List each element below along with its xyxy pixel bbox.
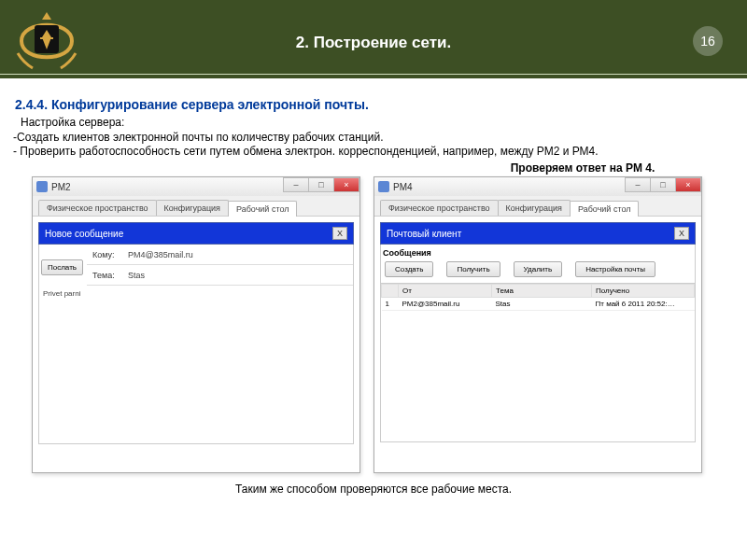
- col-index[interactable]: [382, 285, 399, 298]
- to-label: Кому:: [87, 250, 128, 259]
- minimize-button[interactable]: –: [283, 177, 309, 192]
- emblem-icon: [11, 6, 82, 77]
- tab-physical[interactable]: Физическое пространство: [38, 200, 157, 216]
- send-button[interactable]: Послать: [41, 259, 83, 275]
- section-heading: 2.4.4. Конфигурирование сервера электрон…: [15, 97, 734, 112]
- check-label: Проверяем ответ на PM 4.: [489, 161, 676, 175]
- titlebar-pm4[interactable]: PM4 – □ ×: [374, 177, 701, 196]
- mail-settings-button[interactable]: Настройка почты: [575, 261, 655, 277]
- titlebar-pm2[interactable]: PM2 – □ ×: [33, 177, 359, 196]
- tab-desktop[interactable]: Рабочий стол: [570, 201, 640, 217]
- footer-note: Таким же способом проверяются все рабочи…: [0, 483, 747, 496]
- page-number-badge: 16: [693, 26, 723, 56]
- col-received[interactable]: Получено: [592, 285, 695, 298]
- table-row[interactable]: 1 PM2@385mail.ru Stas Пт май 6 2011 20:5…: [382, 298, 695, 311]
- mailclient-header: Почтовый клиент X: [380, 222, 696, 245]
- maximize-button[interactable]: □: [650, 177, 676, 192]
- header-divider: [0, 74, 747, 75]
- panel-pm2: Новое сообщение X Послать Кому: PM4@385m…: [33, 217, 359, 448]
- tab-desktop[interactable]: Рабочий стол: [228, 201, 298, 217]
- tab-physical[interactable]: Физическое пространство: [380, 200, 499, 216]
- tabs-pm4: Физическое пространство Конфигурация Раб…: [374, 196, 701, 217]
- delete-button[interactable]: Удалить: [514, 261, 563, 277]
- compose-title: Новое сообщение: [45, 229, 123, 239]
- subject-label: Тема:: [87, 271, 128, 280]
- to-field[interactable]: PM4@385mail.ru: [128, 250, 353, 259]
- col-subject[interactable]: Тема: [492, 285, 592, 298]
- app-icon: [36, 181, 48, 192]
- subject-field[interactable]: Stas: [128, 271, 353, 280]
- tab-config[interactable]: Конфигурация: [498, 200, 571, 216]
- app-icon: [378, 181, 389, 192]
- content-area: 2.4.4. Конфигурирование сервера электрон…: [0, 78, 747, 175]
- inbox-table: От Тема Получено 1 PM2@385mail.ru Stas П…: [381, 284, 695, 311]
- maximize-button[interactable]: □: [308, 177, 334, 192]
- close-button[interactable]: ×: [675, 177, 701, 192]
- bullet-2: - Проверить работоспособность сети путем…: [13, 145, 734, 158]
- cell-received: Пт май 6 2011 20:52:…: [592, 298, 695, 311]
- create-button[interactable]: Создать: [385, 261, 433, 277]
- compose-body[interactable]: Privet parni: [38, 286, 354, 444]
- window-pm4: PM4 – □ × Физическое пространство Конфиг…: [374, 176, 702, 473]
- receive-button[interactable]: Получить: [446, 261, 500, 277]
- messages-label: Сообщения: [381, 245, 695, 259]
- tab-config[interactable]: Конфигурация: [156, 200, 229, 216]
- bullet-1: -Создать клиентов электронной почты по к…: [13, 131, 734, 144]
- cell-subject: Stas: [492, 298, 592, 311]
- compose-header: Новое сообщение X: [38, 222, 354, 245]
- tabs-pm2: Физическое пространство Конфигурация Раб…: [33, 196, 359, 217]
- cell-from: PM2@385mail.ru: [399, 298, 492, 311]
- table-header-row: От Тема Получено: [382, 285, 695, 298]
- panel-pm4: Почтовый клиент X Сообщения Создать Полу…: [374, 217, 701, 448]
- window-pm2: PM2 – □ × Физическое пространство Конфиг…: [32, 176, 360, 473]
- slide-header: 2. Построение сети. 16: [0, 0, 747, 78]
- slide-title: 2. Построение сети.: [0, 0, 747, 52]
- close-button[interactable]: ×: [333, 177, 359, 192]
- compose-close-icon[interactable]: X: [332, 227, 347, 240]
- mailclient-title: Почтовый клиент: [387, 229, 461, 239]
- window-title: PM2: [51, 182, 71, 192]
- section-subheading: Настройка сервера:: [21, 116, 734, 129]
- mailclient-close-icon[interactable]: X: [674, 227, 689, 240]
- minimize-button[interactable]: –: [625, 177, 651, 192]
- col-from[interactable]: От: [399, 285, 492, 298]
- cell-index: 1: [382, 298, 399, 311]
- window-title: PM4: [393, 182, 413, 192]
